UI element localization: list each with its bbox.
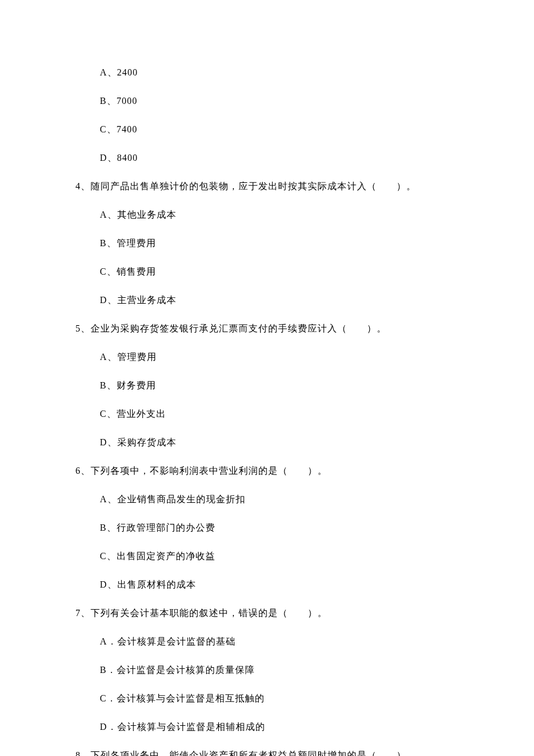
option-d: D、8400 [75,152,459,164]
q4-option-a: A、其他业务成本 [75,209,459,221]
option-b: B、7000 [75,95,459,107]
question-7: 7、下列有关会计基本职能的叙述中，错误的是（ ）。 [75,607,459,620]
q7-option-a: A．会计核算是会计监督的基础 [75,636,459,648]
q5-option-c: C、营业外支出 [75,408,459,420]
q4-option-b: B、管理费用 [75,237,459,250]
q5-option-d: D、采购存货成本 [75,437,459,449]
q5-option-b: B、财务费用 [75,380,459,392]
q7-option-d: D．会计核算与会计监督是相辅相成的 [75,721,459,733]
question-6: 6、下列各项中，不影响利润表中营业利润的是（ ）。 [75,465,459,477]
option-c: C、7400 [75,124,459,136]
q5-option-a: A、管理费用 [75,351,459,363]
q6-option-a: A、企业销售商品发生的现金折扣 [75,494,459,506]
q4-option-c: C、销售费用 [75,266,459,278]
q6-option-c: C、出售固定资产的净收益 [75,550,459,563]
q7-option-c: C．会计核算与会计监督是相互抵触的 [75,693,459,705]
q4-option-d: D、主营业务成本 [75,294,459,307]
document-page: A、2400 B、7000 C、7400 D、8400 4、随同产品出售单独计价… [0,0,534,756]
q6-option-b: B、行政管理部门的办公费 [75,522,459,534]
q6-option-d: D、出售原材料的成本 [75,579,459,591]
question-5: 5、企业为采购存货签发银行承兑汇票而支付的手续费应计入（ ）。 [75,323,459,335]
option-a: A、2400 [75,67,459,79]
question-4: 4、随同产品出售单独计价的包装物，应于发出时按其实际成本计入（ ）。 [75,181,459,193]
q7-option-b: B．会计监督是会计核算的质量保障 [75,664,459,676]
question-8: 8、下列各项业务中，能使企业资产和所有者权益总额同时增加的是（ ）。 [75,750,459,756]
